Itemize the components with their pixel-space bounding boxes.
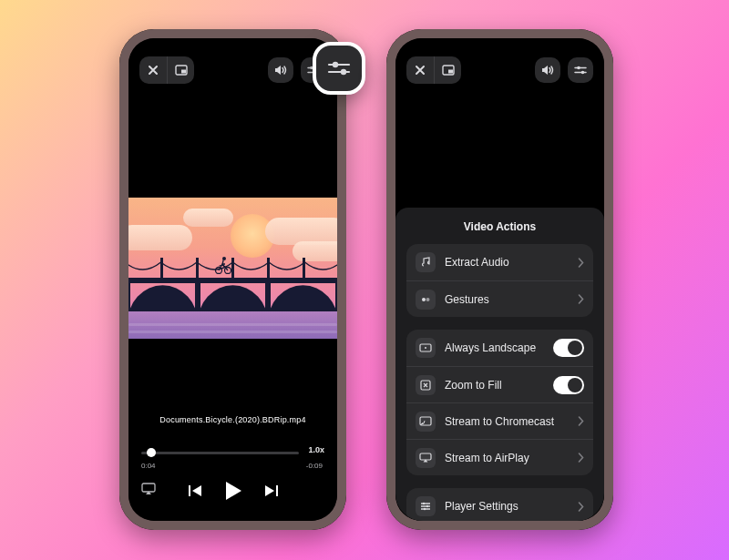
row-label: Player Settings (445, 500, 569, 513)
actions-button[interactable] (568, 57, 593, 83)
play-icon (223, 480, 243, 502)
speed-button[interactable]: 1.0x (308, 445, 324, 454)
actions-button-highlight (313, 42, 365, 95)
close-button[interactable] (406, 56, 434, 84)
svg-point-19 (577, 66, 580, 70)
svg-point-33 (426, 505, 428, 507)
volume-button[interactable] (535, 57, 560, 83)
chevron-right-icon (578, 502, 584, 512)
row-stream-chromecast[interactable]: Stream to Chromecast (406, 402, 593, 439)
row-zoom-to-fill[interactable]: Zoom to Fill (406, 366, 593, 402)
time-remaining: -0:09 (306, 462, 323, 470)
video-filename: Documents.Bicycle.(2020).BDRip.mp4 (128, 415, 337, 424)
panel-title: Video Actions (406, 220, 593, 233)
pip-icon (442, 65, 455, 76)
row-label: Always Landscape (445, 341, 544, 354)
svg-rect-1 (181, 70, 186, 74)
phone-player: Documents.Bicycle.(2020).BDRip.mp4 1.0x … (119, 29, 346, 530)
video-frame (128, 198, 337, 339)
volume-button[interactable] (268, 57, 293, 83)
phone-actions-menu: Video Actions Extract Audio Gestures (386, 29, 613, 530)
chevron-right-icon (578, 258, 584, 268)
gesture-icon (420, 294, 431, 305)
svg-point-21 (581, 71, 585, 75)
next-icon (263, 484, 280, 498)
row-stream-airplay[interactable]: Stream to AirPlay (406, 439, 593, 475)
close-button[interactable] (139, 56, 167, 84)
landscape-icon (419, 343, 432, 352)
sliders-icon (327, 57, 351, 79)
pip-button[interactable] (167, 56, 194, 84)
row-gestures[interactable]: Gestures (406, 280, 593, 317)
svg-rect-9 (142, 484, 155, 492)
svg-point-25 (425, 347, 426, 349)
player-topbar (139, 56, 326, 84)
row-label: Stream to Chromecast (445, 415, 569, 428)
time-elapsed: 0:04 (141, 462, 156, 470)
svg-point-8 (222, 257, 226, 260)
row-extract-audio[interactable]: Extract Audio (406, 244, 593, 280)
row-label: Zoom to Fill (445, 379, 544, 392)
row-always-landscape[interactable]: Always Landscape (406, 330, 593, 366)
bridge-illustration (128, 278, 337, 283)
cyclist-icon (214, 254, 232, 278)
airplay-icon (141, 483, 156, 495)
svg-point-22 (422, 298, 426, 301)
video-actions-panel: Video Actions Extract Audio Gestures (395, 208, 604, 521)
play-button[interactable] (223, 480, 243, 502)
svg-point-15 (341, 69, 346, 75)
prev-track-button[interactable] (187, 484, 203, 498)
music-note-icon (420, 257, 431, 268)
svg-point-23 (426, 298, 430, 301)
scrubber-thumb[interactable] (147, 448, 156, 457)
svg-point-13 (333, 62, 338, 67)
settings-icon (420, 501, 431, 512)
svg-point-32 (423, 503, 425, 504)
row-label: Gestures (445, 293, 569, 306)
zoom-fill-icon (420, 380, 431, 391)
sliders-icon (574, 64, 587, 76)
svg-rect-17 (448, 70, 453, 74)
toggle-landscape[interactable] (553, 339, 584, 357)
svg-rect-11 (276, 485, 278, 496)
volume-icon (540, 64, 555, 76)
volume-icon (273, 64, 288, 76)
svg-rect-10 (189, 485, 190, 496)
svg-rect-28 (420, 453, 431, 460)
airplay-icon (419, 453, 432, 463)
airplay-mini-button[interactable] (141, 483, 156, 495)
close-icon (148, 65, 159, 76)
toggle-zoom-fill[interactable] (553, 376, 584, 394)
chevron-right-icon (578, 294, 584, 304)
player-topbar (406, 56, 593, 84)
row-label: Extract Audio (445, 256, 569, 269)
chevron-right-icon (578, 416, 584, 426)
chevron-right-icon (578, 453, 584, 463)
svg-point-34 (424, 508, 426, 510)
next-track-button[interactable] (263, 484, 280, 498)
close-icon (415, 65, 426, 76)
scrubber[interactable]: 1.0x (141, 447, 324, 458)
pip-button[interactable] (434, 56, 461, 84)
pip-icon (175, 65, 188, 76)
prev-icon (187, 484, 203, 498)
chromecast-icon (419, 416, 432, 426)
row-label: Stream to AirPlay (445, 452, 569, 464)
row-player-settings[interactable]: Player Settings (406, 488, 593, 521)
